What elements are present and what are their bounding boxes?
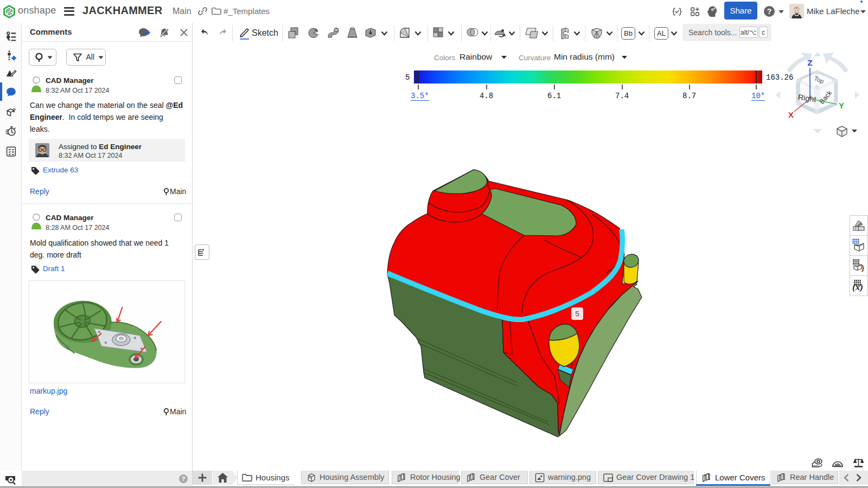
svg-text:}: } <box>861 264 864 272</box>
svg-text:(x): (x) <box>852 282 863 292</box>
svg-text:X: X <box>788 110 794 119</box>
svg-text:Z: Z <box>807 58 812 67</box>
svg-text:5: 5 <box>575 310 579 318</box>
svg-text:Y: Y <box>839 101 844 110</box>
